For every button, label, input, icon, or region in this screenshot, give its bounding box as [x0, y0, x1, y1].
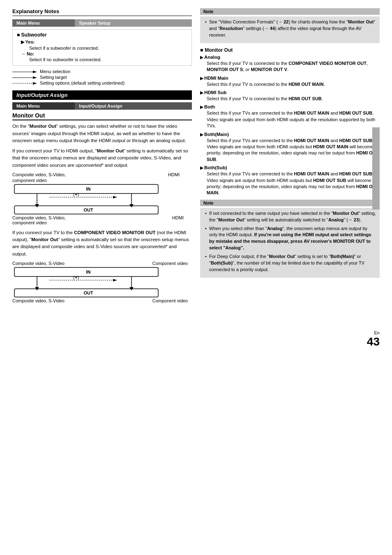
io-main-menu-label: Main Menu [12, 102, 75, 110]
legend-item-2: Setting target [12, 75, 192, 80]
note-top-item-1: See "Video Connection Formats" (→ 22) fo… [205, 19, 376, 39]
option-analog: Analog Select this if your TV is connect… [200, 55, 380, 73]
diagram1-labels-bottom: Composite video, S-Video, HDMI component… [12, 215, 192, 225]
diagram2-bottom-right: Component video [152, 298, 188, 303]
svg-text:OUT: OUT [83, 290, 93, 295]
diagram1-labels-top: Composite video, S-Video, HDMI [12, 172, 192, 177]
legend-menu: Menu selection [40, 69, 70, 74]
diagram1-top-right: HDMI [168, 172, 180, 177]
monitor-out-para2: If you connect your TV to HDMI output, "… [12, 147, 192, 169]
main-menu-label: Main Menu [12, 19, 75, 27]
legend-item-1: Menu selection [12, 69, 192, 74]
svg-text:(✶): (✶) [73, 192, 79, 197]
diagram2-top-left: Composite video, S-Video [12, 261, 65, 266]
option-both-main-label: Both(Main) [200, 132, 380, 137]
option-analog-label: Analog [200, 55, 380, 60]
diagram1-labels-top2: component video [12, 178, 192, 183]
note-bottom-list: If not connected to the same output you … [203, 210, 376, 273]
note-bottom-item-3: For Deep Color output, if the "Monitor O… [205, 253, 376, 273]
option-both-desc: Select this if your TVs are connected to… [207, 110, 380, 129]
option-hdmi-sub-label: HDMI Sub [200, 90, 380, 95]
svg-marker-3 [33, 76, 37, 79]
option-both: Both Select this if your TVs are connect… [200, 104, 380, 129]
page-num: 43 [367, 335, 380, 348]
diagram2-top-right: Component video [152, 261, 188, 266]
page-lang: En [367, 330, 380, 335]
diagram1-top-left: Composite video, S-Video, [12, 172, 66, 177]
diagram1-bottom-left2: component video [12, 220, 47, 225]
monitor-out-right-heading: Monitor Out [200, 47, 380, 53]
note-top-section: See "Video Connection Formats" (→ 22) fo… [200, 16, 380, 43]
monitor-out-para3: If you connect your TV to the COMPONENT … [12, 229, 192, 258]
diagram2-labels-top: Composite video, S-Video Component video [12, 261, 192, 266]
note-top-list: See "Video Connection Formats" (→ 22) fo… [203, 19, 376, 39]
explanatory-diagram: ■ Subwoofer ▶ Yes: Select if a subwoofer… [12, 29, 192, 66]
yes-desc: Select if a subwoofer is connected. [29, 46, 187, 51]
option-both-sub: Both(Sub) Select this if your TVs are co… [200, 165, 380, 196]
option-hdmi-sub: HDMI Sub Select this if your TV is conne… [200, 90, 380, 102]
right-column: Note See "Video Connection Formats" (→ 2… [200, 8, 380, 307]
page-container: Explanatory Notes Main Menu Speaker Setu… [12, 8, 380, 307]
option-hdmi-main: HDMI Main Select this if your TV is conn… [200, 76, 380, 88]
option-both-main: Both(Main) Select this if your TVs are c… [200, 132, 380, 163]
diagram1-svg: IN (✶) OUT [12, 184, 160, 214]
explanatory-notes-title: Explanatory Notes [12, 8, 192, 16]
diagram1-component: component video [12, 178, 47, 183]
no-label: → No: [21, 51, 34, 56]
svg-text:OUT: OUT [83, 207, 93, 212]
option-both-sub-label: Both(Sub) [200, 165, 380, 170]
diagram1-bottom-left: Composite video, S-Video, [12, 215, 66, 220]
legend-item-3: Setting options (default setting underli… [12, 81, 192, 85]
legend-target: Setting target [40, 75, 67, 80]
svg-marker-11 [113, 196, 117, 198]
svg-text:IN: IN [86, 269, 91, 274]
note-bottom-item-2: When you select other than "Analog", the… [205, 226, 376, 252]
page-number: En 43 [367, 330, 380, 348]
svg-marker-1 [33, 71, 37, 73]
svg-text:IN: IN [86, 187, 91, 191]
legend: Menu selection Setting target Setting op… [12, 69, 192, 85]
option-hdmi-main-desc: Select this if your TV is connected to t… [207, 81, 380, 88]
note-bottom-section: If not connected to the same output you … [200, 208, 380, 278]
no-desc: Select if no subwoofer is connected. [29, 57, 187, 62]
svg-marker-5 [33, 82, 37, 85]
menu-bar-io: Main Menu Input/Output Assign [12, 102, 192, 110]
option-hdmi-sub-desc: Select this if your TV is connected to t… [207, 96, 380, 102]
menu-bar-speaker: Main Menu Speaker Setup [12, 19, 192, 27]
no-item: → No: [21, 51, 187, 56]
yes-label: ▶ Yes: [21, 39, 35, 44]
option-analog-desc: Select this if your TV is connected to t… [207, 60, 380, 73]
monitor-out-para1: On the "Monitor Out" settings, you can s… [12, 123, 192, 144]
note-bottom-label: Note [200, 200, 380, 206]
diagram2-svg: IN (✶) OUT [12, 267, 160, 297]
option-both-main-desc: Select this if your TVs are connected to… [207, 138, 380, 163]
note-top-label: Note [200, 8, 380, 15]
io-sub-menu-label: Input/Output Assign [75, 102, 192, 110]
option-both-label: Both [200, 104, 380, 109]
speaker-setup-label: Speaker Setup [75, 19, 192, 27]
monitor-out-title: Monitor Out [12, 112, 192, 120]
diagram2-labels-bottom: Composite video, S-Video Component video [12, 298, 192, 303]
subwoofer-label: ■ Subwoofer [17, 32, 187, 38]
svg-text:(✶): (✶) [73, 275, 79, 280]
option-both-sub-desc: Select this if your TVs are connected to… [207, 171, 380, 196]
diagram2-bottom-left: Composite video, S-Video [12, 298, 65, 303]
io-assign-header: Input/Output Assign [12, 90, 192, 100]
sidebar-tab [372, 127, 380, 210]
option-hdmi-main-label: HDMI Main [200, 76, 380, 81]
left-column: Explanatory Notes Main Menu Speaker Setu… [12, 8, 192, 307]
yes-item: ▶ Yes: [21, 39, 187, 45]
diagram1-bottom-right: HDMI [172, 215, 184, 220]
note-bottom-item-1: If not connected to the same output you … [205, 210, 376, 223]
legend-options: Setting options (default setting underli… [40, 81, 125, 85]
svg-marker-22 [113, 279, 117, 281]
